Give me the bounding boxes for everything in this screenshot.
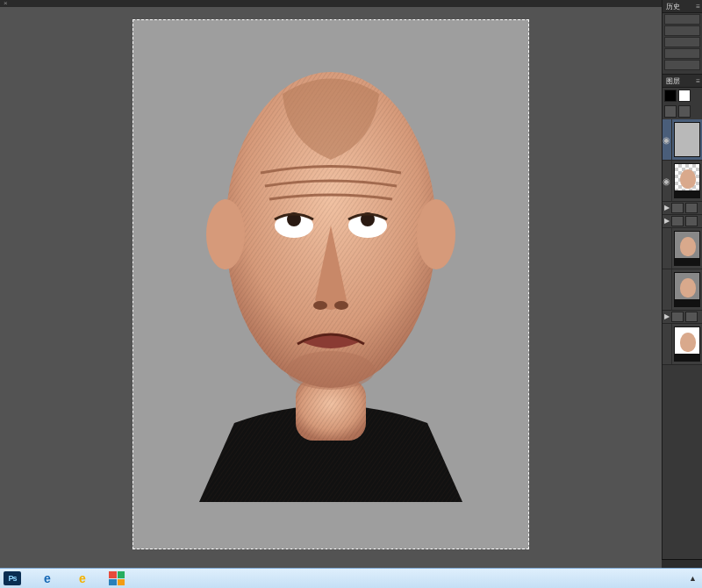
layer-visibility-icon[interactable]: ◉	[663, 119, 672, 160]
layer-visibility-icon[interactable]: ◉	[663, 161, 672, 201]
svg-point-5	[206, 199, 245, 269]
close-tab-icon[interactable]: ×	[4, 0, 8, 7]
windows-taskbar: Ps e e ▲	[0, 568, 702, 588]
layer-thumb-gray[interactable]	[674, 122, 701, 157]
layer-visibility-icon[interactable]	[663, 228, 672, 269]
layer-group-row[interactable]: ▶	[663, 311, 702, 324]
folder-collapse-icon[interactable]: ▶	[664, 204, 670, 212]
svg-point-6	[417, 199, 455, 269]
app-root: ×	[0, 0, 702, 588]
layer-row[interactable]: ◉	[663, 119, 702, 161]
layers-panel-body: ◉ ◉ ▶ ▶	[663, 88, 702, 365]
layer-row[interactable]	[663, 228, 702, 269]
svg-point-12	[334, 301, 348, 310]
history-item[interactable]	[664, 48, 700, 59]
svg-point-13	[287, 351, 375, 390]
layer-group-row[interactable]: ▶	[663, 215, 702, 228]
swatch-gray[interactable]	[664, 105, 677, 118]
layers-panel-header[interactable]: 图层 ≡	[663, 75, 702, 88]
folder-icon	[671, 312, 684, 322]
taskbar-app-browser[interactable]: e	[74, 571, 91, 585]
layer-thumb-face[interactable]	[674, 163, 701, 198]
layers-panel-title: 图层	[666, 76, 680, 86]
layers-swatch-row	[663, 104, 702, 119]
system-tray[interactable]: ▲	[689, 574, 697, 583]
folder-icon	[685, 216, 698, 226]
layers-panel-menu-icon[interactable]: ≡	[696, 77, 700, 85]
taskbar-app-photoshop[interactable]: Ps	[4, 571, 21, 585]
history-panel-title: 历史	[666, 2, 680, 11]
canvas-artwork-face	[199, 46, 462, 502]
layer-row[interactable]	[663, 269, 702, 311]
folder-collapse-icon[interactable]: ▶	[664, 218, 670, 225]
taskbar-app-tiles[interactable]	[109, 571, 125, 585]
layer-group-row[interactable]: ▶	[663, 202, 702, 215]
taskbar-app-ie[interactable]: e	[39, 571, 56, 585]
layer-row[interactable]: ◉	[663, 161, 702, 202]
folder-icon	[685, 312, 698, 322]
layer-thumb-face[interactable]	[674, 326, 701, 362]
swatch-black[interactable]	[664, 90, 677, 102]
swatch-gray[interactable]	[678, 105, 691, 118]
tray-overflow-icon[interactable]: ▲	[689, 574, 697, 583]
history-item[interactable]	[664, 37, 700, 47]
history-panel-menu-icon[interactable]: ≡	[696, 3, 700, 11]
history-panel-header[interactable]: 历史 ≡	[663, 0, 702, 13]
layer-thumb-face[interactable]	[674, 272, 701, 307]
canvas-workspace[interactable]	[0, 7, 662, 569]
history-item[interactable]	[664, 25, 700, 36]
folder-icon	[671, 216, 684, 226]
layers-swatch-row	[663, 88, 702, 104]
folder-icon	[671, 203, 684, 213]
swatch-white[interactable]	[678, 90, 691, 102]
layer-visibility-icon[interactable]	[663, 269, 672, 310]
folder-collapse-icon[interactable]: ▶	[664, 313, 670, 320]
layer-thumb-face[interactable]	[674, 231, 701, 266]
history-item[interactable]	[664, 60, 700, 70]
layer-row[interactable]	[663, 324, 702, 365]
history-panel-body[interactable]	[663, 14, 702, 75]
document-canvas[interactable]	[133, 19, 529, 549]
svg-point-11	[313, 301, 327, 310]
history-item[interactable]	[664, 14, 700, 25]
layer-visibility-icon[interactable]	[663, 324, 672, 364]
folder-icon	[685, 203, 698, 213]
right-panel-dock: 历史 ≡ 图层 ≡ ◉	[662, 0, 702, 569]
